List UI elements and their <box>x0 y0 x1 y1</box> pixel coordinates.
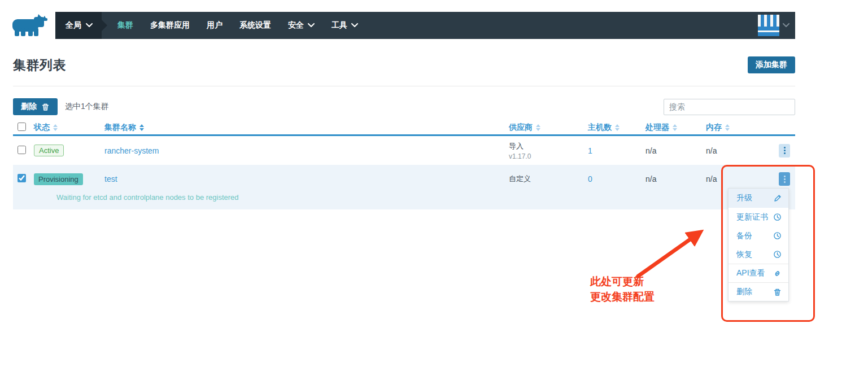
select-all-checkbox[interactable] <box>18 123 26 131</box>
sort-icon <box>139 124 144 131</box>
provider-label: 导入 <box>509 141 588 151</box>
history-icon <box>773 213 782 221</box>
header-provider[interactable]: 供应商 <box>509 123 540 133</box>
memory-value: n/a <box>706 146 717 155</box>
row-actions-menu-button[interactable] <box>779 144 790 158</box>
trash-icon <box>773 288 782 296</box>
cluster-name-link[interactable]: test <box>104 174 117 183</box>
link-icon <box>773 269 782 278</box>
rancher-logo[interactable] <box>11 12 49 38</box>
row-checkbox[interactable] <box>18 146 26 154</box>
status-badge: Active <box>34 145 64 156</box>
provider-label: 自定义 <box>509 174 588 184</box>
table-row-selected: Provisioning test 自定义 0 n/a n/a Waiting … <box>13 165 795 209</box>
pencil-icon <box>773 194 782 203</box>
table-row: Active rancher-system 导入 v1.17.0 1 n/a n… <box>13 136 795 165</box>
header-memory[interactable]: 内存 <box>706 123 730 133</box>
row-actions-menu-button-open[interactable] <box>779 172 790 186</box>
nav-env-selector[interactable]: 全局 <box>55 12 102 39</box>
rancher-bull-icon <box>11 12 49 38</box>
nav-items: 集群 多集群应用 用户 系统设置 安全 工具 <box>102 12 758 39</box>
nav-env-label: 全局 <box>66 20 81 30</box>
nav-item-users[interactable]: 用户 <box>207 20 223 30</box>
cpu-value: n/a <box>645 174 656 183</box>
header-cluster-name[interactable]: 集群名称 <box>104 123 144 133</box>
menu-item-delete[interactable]: 删除 <box>729 282 788 301</box>
nav-item-tools[interactable]: 工具 <box>332 20 358 30</box>
nav-item-settings[interactable]: 系统设置 <box>239 20 271 30</box>
node-count-link[interactable]: 0 <box>588 174 592 183</box>
provider-version: v1.17.0 <box>509 152 588 160</box>
nav-item-multicluster-apps[interactable]: 多集群应用 <box>150 20 190 30</box>
add-cluster-button[interactable]: 添加集群 <box>748 56 795 73</box>
avatar <box>758 15 779 36</box>
chevron-down-icon <box>308 23 315 28</box>
sort-icon <box>725 124 730 131</box>
header-nodes[interactable]: 主机数 <box>588 123 620 133</box>
title-divider <box>13 86 795 86</box>
node-count-link[interactable]: 1 <box>588 146 592 155</box>
main-navbar: 全局 集群 多集群应用 用户 系统设置 安全 工具 <box>55 12 795 39</box>
status-badge: Provisioning <box>34 173 83 185</box>
chevron-down-icon <box>351 23 358 28</box>
chevron-down-icon <box>86 23 93 28</box>
nav-item-clusters[interactable]: 集群 <box>117 20 133 30</box>
trash-icon <box>41 103 50 111</box>
user-menu[interactable] <box>758 12 795 39</box>
menu-item-rotate-certificates[interactable]: 更新证书 <box>729 208 788 226</box>
menu-item-view-api[interactable]: API查看 <box>729 264 788 282</box>
nav-item-security[interactable]: 安全 <box>288 20 315 30</box>
cluster-status-message: Waiting for etcd and controlplane nodes … <box>13 193 795 209</box>
history-icon <box>773 231 782 240</box>
top-bar: 全局 集群 多集群应用 用户 系统设置 安全 工具 <box>11 12 795 39</box>
sort-icon <box>53 124 58 131</box>
table-header-row: 状态 集群名称 供应商 主机数 处理器 内存 <box>13 121 795 136</box>
row-actions-dropdown: 升级 更新证书 备份 恢复 API查看 删除 <box>728 188 789 301</box>
chevron-down-icon <box>783 23 790 28</box>
menu-item-upgrade[interactable]: 升级 <box>729 189 788 208</box>
sort-icon <box>615 124 620 131</box>
page-title: 集群列表 <box>13 56 66 74</box>
clusters-table: 状态 集群名称 供应商 主机数 处理器 内存 Active rancher-sy… <box>13 121 795 209</box>
cluster-list-page: 集群列表 添加集群 删除 选中1个集群 状态 集群名称 供应商 主机数 处理器 … <box>13 56 795 209</box>
header-cpu[interactable]: 处理器 <box>645 123 677 133</box>
delete-selected-button[interactable]: 删除 <box>13 98 58 115</box>
memory-value: n/a <box>706 174 717 183</box>
header-status[interactable]: 状态 <box>34 123 58 133</box>
menu-item-restore[interactable]: 恢复 <box>729 245 788 264</box>
sort-icon <box>536 124 540 131</box>
annotation-arrow <box>620 222 717 284</box>
annotation-text: 此处可更新 更改集群配置 <box>590 274 655 304</box>
selection-count-text: 选中1个集群 <box>65 102 109 112</box>
table-toolbar: 删除 选中1个集群 <box>13 98 795 115</box>
row-checkbox[interactable] <box>18 174 26 182</box>
cluster-name-link[interactable]: rancher-system <box>104 146 159 155</box>
sort-icon <box>673 124 677 131</box>
history-icon <box>773 250 782 259</box>
cpu-value: n/a <box>645 146 656 155</box>
menu-item-backup[interactable]: 备份 <box>729 226 788 245</box>
search-input[interactable] <box>664 99 795 115</box>
